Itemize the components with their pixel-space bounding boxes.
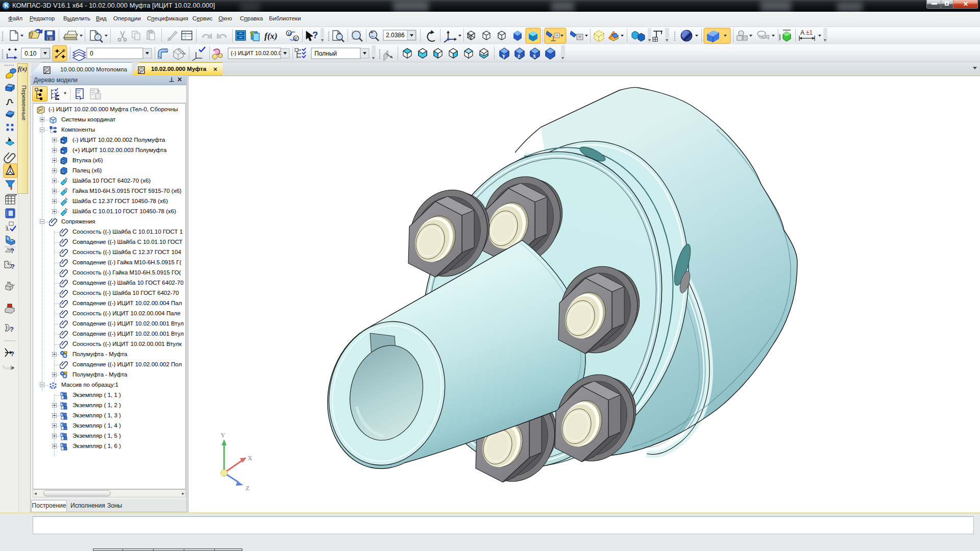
svg-text:−: − — [371, 34, 374, 39]
svg-text:1: 1 — [287, 31, 290, 36]
svg-text:x: x — [533, 52, 536, 59]
svg-text:±1: ±1 — [806, 29, 813, 36]
svg-text:?: ? — [250, 30, 254, 38]
svg-text:A: A — [800, 29, 804, 36]
svg-text:0.10: 0.10 — [24, 50, 37, 57]
svg-text:?: ? — [11, 263, 15, 270]
svg-text:X: X — [248, 454, 253, 462]
svg-text:?: ? — [312, 30, 318, 40]
svg-text:?: ? — [10, 247, 14, 255]
svg-text:?: ? — [10, 350, 14, 358]
svg-text:Y: Y — [220, 431, 226, 439]
svg-text:Полный: Полный — [314, 50, 337, 57]
svg-text:2.0386: 2.0386 — [386, 32, 405, 39]
svg-text:y: y — [502, 52, 505, 59]
svg-text:z: z — [518, 52, 521, 59]
svg-text:Z: Z — [246, 484, 250, 492]
svg-text:f(x): f(x) — [264, 31, 277, 41]
svg-text:(-) ИЦИТ 10.02.00.0: (-) ИЦИТ 10.02.00.0 — [231, 50, 282, 56]
svg-text:0: 0 — [90, 50, 93, 57]
svg-text:?: ? — [10, 325, 14, 333]
